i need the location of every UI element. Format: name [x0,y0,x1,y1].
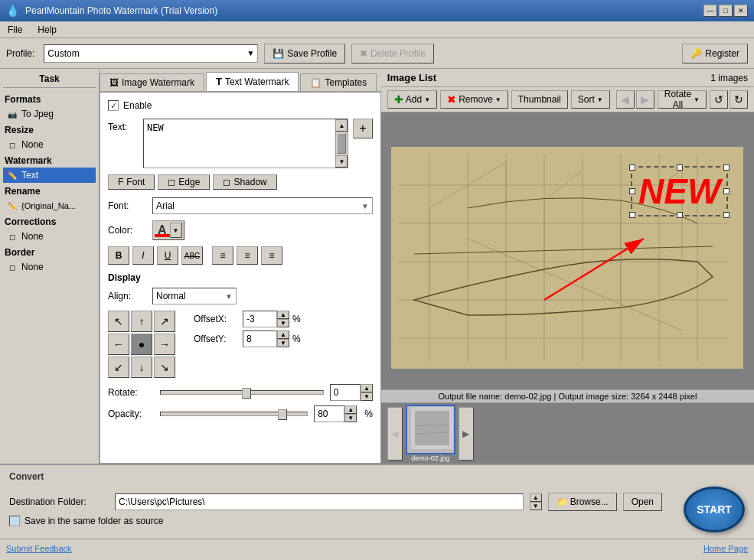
pos-top-left[interactable]: ↖ [108,311,129,332]
rotate-slider-track[interactable] [160,390,324,395]
start-button[interactable]: START [684,487,745,532]
pos-top-center[interactable]: ↑ [131,311,152,332]
offset-y-up[interactable]: ▲ [277,330,289,339]
maximize-button[interactable]: □ [719,5,733,17]
minimize-button[interactable]: — [703,5,717,17]
scroll-thumb[interactable] [337,133,346,154]
offset-x-label: OffsetX: [194,314,240,324]
align-right-button[interactable]: ≡ [261,246,282,265]
font-select[interactable]: Arial ▼ [152,197,373,214]
thumbnail-button[interactable]: Thumbnail [511,90,568,109]
opacity-slider-track[interactable] [160,412,308,416]
home-page-link[interactable]: Home Page [703,544,748,553]
sidebar-section-watermark: Watermark ✏️ Text [3,152,96,183]
opacity-input[interactable] [314,405,344,422]
strikethrough-button[interactable]: ABC [181,246,203,265]
resize-title: Resize [3,122,96,137]
thumbnail-image[interactable] [406,405,455,454]
color-row: Color: A ▼ [108,220,373,240]
sidebar-item-text-watermark[interactable]: ✏️ Text [3,168,96,183]
align-center-button[interactable]: ≡ [237,246,258,265]
browse-button[interactable]: 📁 Browse... [548,493,617,511]
nav-right-button[interactable]: ▶ [636,90,654,109]
text-input[interactable]: NEW [144,119,348,165]
color-swatch-wrapper[interactable]: A ▼ [152,220,184,240]
open-button[interactable]: Open [623,493,662,511]
add-image-button[interactable]: ✚ Add ▼ [387,90,437,109]
add-text-button[interactable]: + [353,119,373,138]
offset-x-down[interactable]: ▼ [277,319,289,327]
align-left-button[interactable]: ≡ [212,246,233,265]
same-folder-checkbox[interactable] [9,516,20,526]
menu-file[interactable]: File [3,23,27,37]
font-button[interactable]: F Font [108,174,155,190]
pos-middle-left[interactable]: ← [108,334,129,355]
pos-bottom-left[interactable]: ↙ [108,357,129,378]
offset-y-down[interactable]: ▼ [277,339,289,347]
nav-left-button[interactable]: ◀ [616,90,635,109]
rotate-slider-thumb[interactable] [242,388,251,399]
pos-bottom-center[interactable]: ↓ [131,357,152,378]
register-button[interactable]: 🔑 Register [682,44,748,63]
sidebar-item-rename[interactable]: ✏️ {Original_Na... [3,198,96,213]
save-profile-button[interactable]: 💾 Save Profile [264,44,345,63]
tab-text-watermark[interactable]: T Text Watermark [206,72,299,91]
tab-templates[interactable]: 📋 Templates [300,73,377,91]
corrections-none-icon: ◻ [6,230,18,243]
align-select[interactable]: Normal ▼ [152,288,237,304]
menu-help[interactable]: Help [33,23,61,37]
sidebar-item-resize-none[interactable]: ◻ None [3,137,96,152]
sidebar-item-corrections-none[interactable]: ◻ None [3,229,96,244]
opacity-down[interactable]: ▼ [344,414,357,422]
pos-top-right[interactable]: ↗ [154,311,175,332]
thumbnail-item[interactable]: demo-02.jpg [406,405,455,462]
opacity-up[interactable]: ▲ [344,405,357,414]
dest-folder-label: Destination Folder: [9,497,109,507]
bold-button[interactable]: B [108,246,129,265]
scroll-up-button[interactable]: ▲ [335,119,348,132]
pos-middle-right[interactable]: → [154,334,175,355]
rotate-all-button[interactable]: Rotate All ▼ [658,90,707,109]
italic-button[interactable]: I [132,246,154,265]
sidebar-item-border-none[interactable]: ◻ None [3,259,96,275]
rotate-input[interactable] [330,384,361,401]
rotate-ccw-button[interactable]: ↺ [710,90,728,109]
offset-y-input[interactable] [243,330,277,347]
rotate-down[interactable]: ▼ [361,392,373,401]
opacity-slider-thumb[interactable] [278,409,287,420]
shadow-button[interactable]: ◻ Shadow [213,174,276,190]
preview-status: Output file name: demo-02.jpg | Output i… [381,389,754,402]
border-title: Border [3,244,96,259]
strip-scroll-right[interactable]: ▶ [459,407,474,461]
pos-bottom-right[interactable]: ↘ [154,357,175,378]
font-label: Font: [108,200,146,211]
remove-image-button[interactable]: ✖ Remove ▼ [440,90,508,109]
key-icon: 🔑 [690,48,702,59]
enable-checkbox[interactable] [108,100,119,111]
submit-feedback-link[interactable]: Submit Feedback [6,544,72,553]
delete-profile-button[interactable]: ✖ Delete Profile [351,44,434,63]
rotate-cw-button[interactable]: ↻ [730,90,748,109]
tab-image-watermark[interactable]: 🖼 Image Watermark [100,73,204,91]
svg-rect-27 [415,411,449,445]
close-button[interactable]: ✕ [734,5,748,17]
pos-middle-center[interactable]: ● [131,334,152,355]
rotate-up[interactable]: ▲ [361,384,373,392]
dest-folder-input[interactable] [115,493,524,510]
new-text-watermark: NEW [638,171,720,212]
font-select-arrow: ▼ [361,202,369,210]
offset-x-input[interactable] [243,311,277,327]
edge-button[interactable]: ◻ Edge [158,174,210,190]
sidebar-item-jpeg[interactable]: 📷 To Jpeg [3,106,96,122]
profile-dropdown[interactable]: Custom ▼ [44,44,258,63]
underline-button[interactable]: U [157,246,178,265]
strip-scroll-left[interactable]: ◀ [387,407,403,461]
sort-button[interactable]: Sort ▼ [571,90,610,109]
font-row: Font: Arial ▼ [108,197,373,214]
dest-up[interactable]: ▲ [530,493,542,502]
scroll-down-button[interactable]: ▼ [335,155,348,168]
convert-row: Destination Folder: ▲ ▼ 📁 Browse... Open [9,493,662,511]
dest-down[interactable]: ▼ [530,502,542,510]
offset-x-up[interactable]: ▲ [277,311,289,319]
color-dropdown-button[interactable]: ▼ [170,223,182,238]
